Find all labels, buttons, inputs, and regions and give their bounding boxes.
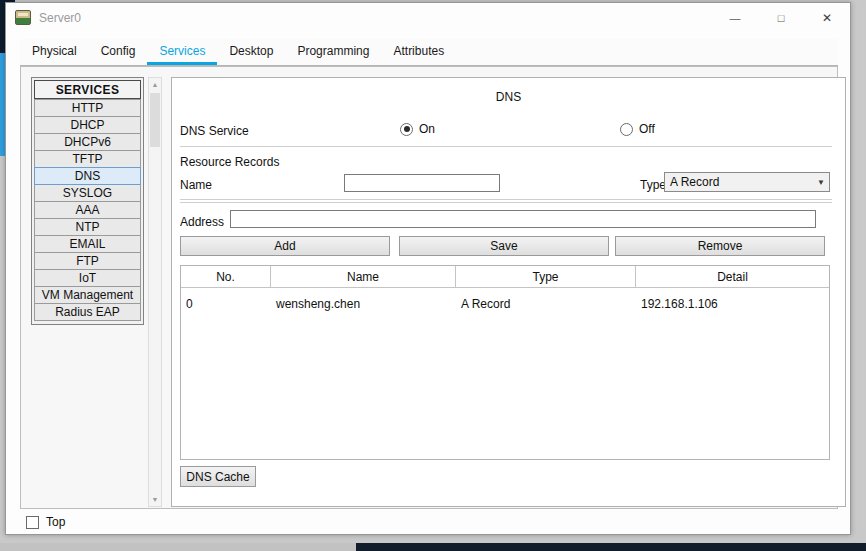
resource-records-label: Resource Records	[180, 155, 279, 169]
sidebar-item-radius-eap[interactable]: Radius EAP	[34, 303, 141, 321]
tab-desktop[interactable]: Desktop	[217, 39, 285, 65]
save-button[interactable]: Save	[399, 236, 609, 256]
chevron-down-icon: ▼	[817, 178, 825, 187]
dns-off-radio[interactable]: Off	[620, 122, 655, 136]
sidebar-item-iot[interactable]: IoT	[34, 269, 141, 287]
dns-cache-button[interactable]: DNS Cache	[180, 466, 256, 487]
col-header-type[interactable]: Type	[456, 266, 636, 287]
minimize-icon[interactable]: —	[712, 3, 758, 33]
sidebar-item-dhcp[interactable]: DHCP	[34, 116, 141, 134]
name-input[interactable]	[344, 174, 500, 192]
top-checkbox-row: Top	[26, 515, 65, 529]
close-icon[interactable]: ✕	[804, 3, 850, 33]
sidebar-item-dns[interactable]: DNS	[34, 167, 141, 185]
divider	[180, 199, 832, 200]
cell-no: 0	[181, 296, 271, 314]
sidebar-item-aaa[interactable]: AAA	[34, 201, 141, 219]
taskbar-segment	[0, 543, 356, 551]
sidebar-item-dhcpv6[interactable]: DHCPv6	[34, 133, 141, 151]
sidebar-item-email[interactable]: EMAIL	[34, 235, 141, 253]
panel-title: DNS	[172, 90, 845, 104]
sidebar-scrollbar[interactable]: ▲ ▼	[148, 77, 162, 507]
server-icon	[15, 10, 31, 25]
col-header-name[interactable]: Name	[271, 266, 456, 287]
server0-window: Server0 — □ ✕ Physical Config Services D…	[5, 2, 851, 535]
dns-panel: DNS DNS Service On Off Resource Records …	[171, 77, 846, 507]
col-header-detail[interactable]: Detail	[636, 266, 829, 287]
col-header-no[interactable]: No.	[181, 266, 271, 287]
tab-services[interactable]: Services	[147, 39, 217, 65]
resource-records-table: No. Name Type Detail 0 wensheng.chen A R…	[180, 265, 830, 460]
add-button[interactable]: Add	[180, 236, 390, 256]
sidebar-item-syslog[interactable]: SYSLOG	[34, 184, 141, 202]
window-title: Server0	[39, 11, 81, 25]
sidebar-header: SERVICES	[34, 80, 141, 99]
radio-dot	[404, 126, 410, 132]
scroll-down-icon[interactable]: ▼	[149, 493, 161, 506]
tab-programming[interactable]: Programming	[285, 39, 381, 65]
sidebar-item-ftp[interactable]: FTP	[34, 252, 141, 270]
type-selected-value: A Record	[670, 175, 719, 189]
scroll-up-icon[interactable]: ▲	[149, 78, 161, 91]
type-label: Type	[640, 178, 666, 192]
divider	[180, 146, 832, 147]
radio-on-label: On	[419, 122, 435, 136]
table-row[interactable]: 0 wensheng.chen A Record 192.168.1.106	[181, 288, 829, 314]
tab-attributes[interactable]: Attributes	[381, 39, 456, 65]
type-select[interactable]: A Record ▼	[664, 172, 830, 192]
titlebar[interactable]: Server0 — □ ✕	[6, 3, 850, 33]
sidebar-item-http[interactable]: HTTP	[34, 99, 141, 117]
window-controls: — □ ✕	[712, 3, 850, 33]
taskbar	[0, 543, 866, 551]
cell-detail: 192.168.1.106	[636, 296, 829, 314]
cell-name: wensheng.chen	[271, 296, 456, 314]
remove-button[interactable]: Remove	[615, 236, 825, 256]
top-checkbox-label: Top	[46, 515, 65, 529]
tab-bar: Physical Config Services Desktop Program…	[20, 39, 838, 66]
address-input[interactable]	[230, 210, 816, 228]
tab-config[interactable]: Config	[89, 39, 148, 65]
maximize-icon[interactable]: □	[758, 3, 804, 33]
dns-service-label: DNS Service	[180, 124, 249, 138]
sidebar-item-vm-management[interactable]: VM Management	[34, 286, 141, 304]
table-header-row: No. Name Type Detail	[181, 266, 829, 288]
sidebar-item-tftp[interactable]: TFTP	[34, 150, 141, 168]
tab-physical[interactable]: Physical	[20, 39, 89, 65]
divider	[180, 202, 832, 203]
radio-off-icon	[620, 123, 633, 136]
radio-on-icon	[400, 123, 413, 136]
top-checkbox[interactable]	[26, 516, 39, 529]
sidebar-item-ntp[interactable]: NTP	[34, 218, 141, 236]
dns-on-radio[interactable]: On	[400, 122, 435, 136]
address-label: Address	[180, 215, 224, 229]
services-sidebar: SERVICES HTTP DHCP DHCPv6 TFTP DNS SYSLO…	[31, 77, 144, 325]
name-label: Name	[180, 178, 212, 192]
cell-type: A Record	[456, 296, 636, 314]
radio-off-label: Off	[639, 122, 655, 136]
scrollbar-thumb[interactable]	[150, 93, 160, 147]
